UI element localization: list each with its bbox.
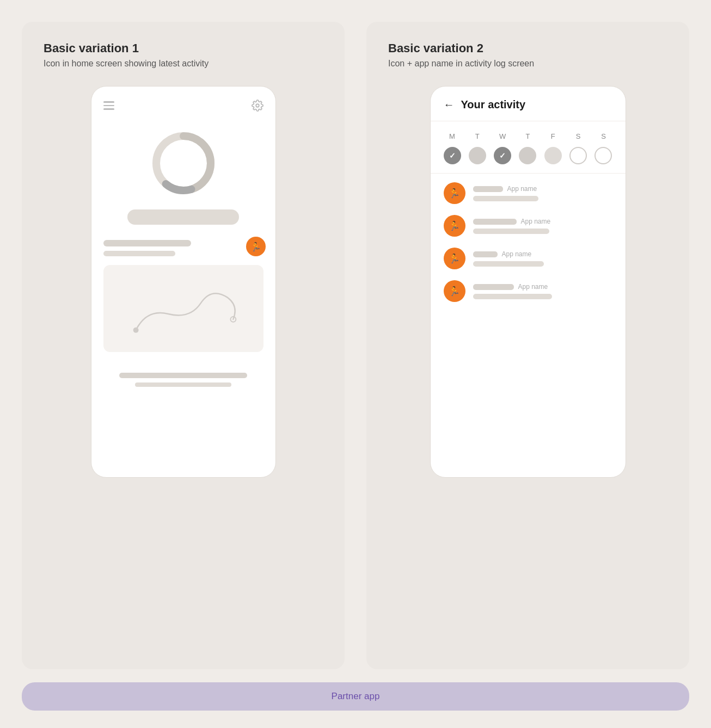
gear-icon[interactable] (252, 100, 263, 112)
day-W: W (494, 132, 511, 140)
shoe-icon-3: 🏃 (449, 253, 460, 264)
activity-item-1: 🏃 App name (444, 182, 612, 204)
activity-list-v2: 🏃 App name 🏃 (431, 174, 626, 311)
day-circle-S1[interactable] (569, 147, 587, 164)
check-W: ✓ (499, 151, 506, 160)
activity-icon-2: 🏃 (444, 215, 465, 237)
day-circle-S2[interactable] (594, 147, 612, 164)
shoe-icon-1: 🏃 (449, 188, 460, 199)
check-M: ✓ (449, 151, 456, 160)
app-name-row-4: App name (473, 283, 612, 291)
bottom-bars (103, 373, 263, 387)
phone-mockup-2: ← Your activity M T W T F S S ✓ (430, 86, 626, 478)
activity-icon-4: 🏃 (444, 280, 465, 302)
variation-1-subtitle: Icon in home screen showing latest activ… (44, 59, 323, 69)
day-F: F (544, 132, 562, 140)
day-M: M (444, 132, 461, 140)
map-svg (103, 265, 263, 352)
activity-item-4: 🏃 App name (444, 280, 612, 302)
app-desc-4 (473, 294, 552, 299)
activity-icon-3: 🏃 (444, 248, 465, 269)
phone-header-1 (103, 100, 263, 112)
app-name-3: App name (502, 250, 532, 258)
app-name-1: App name (507, 185, 537, 193)
day-T1: T (469, 132, 486, 140)
activity-section-1: 🏃 (103, 240, 263, 256)
app-bar-1 (473, 186, 503, 192)
v2-header: ← Your activity (431, 87, 626, 121)
app-name-4: App name (518, 283, 548, 291)
day-T2: T (519, 132, 536, 140)
app-name-row-3: App name (473, 250, 612, 258)
hamburger-icon (103, 101, 114, 110)
app-name-2: App name (521, 218, 551, 225)
shoe-icon-4: 🏃 (449, 286, 460, 297)
shoe-icon: 🏃 (250, 242, 261, 252)
day-selector: M T W T F S S ✓ ✓ (431, 121, 626, 174)
day-S1: S (569, 132, 587, 140)
app-bar-2 (473, 219, 517, 225)
app-name-row-1: App name (473, 185, 612, 193)
map-placeholder (103, 265, 263, 352)
day-circle-W[interactable]: ✓ (494, 147, 511, 164)
app-name-row-2: App name (473, 218, 612, 225)
svg-point-0 (256, 104, 259, 107)
app-desc-2 (473, 229, 549, 234)
progress-bar (127, 209, 240, 225)
svg-point-4 (133, 328, 138, 333)
donut-chart-area (103, 128, 263, 199)
activity-badge: 🏃 (246, 237, 266, 256)
app-bar-3 (473, 251, 498, 257)
activity-item-2: 🏃 App name (444, 215, 612, 237)
day-circle-F[interactable] (544, 147, 562, 164)
phone-mockup-1: 🏃 (91, 86, 276, 478)
variation-2-title: Basic variation 2 (388, 41, 667, 55)
day-circle-T2[interactable] (519, 147, 536, 164)
day-S2: S (594, 132, 612, 140)
shoe-icon-2: 🏃 (449, 220, 460, 232)
activity-item-3: 🏃 App name (444, 248, 612, 269)
partner-label: Partner app (332, 691, 380, 702)
activity-text-4: App name (473, 283, 612, 299)
app-bar-4 (473, 284, 514, 290)
day-circles: ✓ ✓ (444, 147, 612, 164)
variation-1-title: Basic variation 1 (44, 41, 323, 55)
day-circle-M[interactable]: ✓ (444, 147, 461, 164)
activity-line-1 (103, 240, 192, 246)
app-desc-3 (473, 261, 544, 267)
activity-text-1: App name (473, 185, 612, 201)
variation-2-subtitle: Icon + app name in activity log screen (388, 59, 667, 69)
activity-text-3: App name (473, 250, 612, 267)
back-arrow-icon[interactable]: ← (444, 98, 455, 111)
variation-1-panel: Basic variation 1 Icon in home screen sh… (22, 22, 345, 669)
main-container: Basic variation 1 Icon in home screen sh… (0, 0, 711, 669)
day-labels: M T W T F S S (444, 132, 612, 140)
donut-chart (148, 128, 219, 199)
bottom-bar-2 (135, 382, 231, 387)
partner-bar[interactable]: Partner app (22, 682, 689, 711)
activity-line-2 (103, 251, 175, 256)
app-desc-1 (473, 196, 538, 201)
day-circle-T1[interactable] (469, 147, 486, 164)
variation-2-panel: Basic variation 2 Icon + app name in act… (366, 22, 689, 669)
activity-icon-1: 🏃 (444, 182, 465, 204)
bottom-bar-1 (119, 373, 247, 378)
activity-text-2: App name (473, 218, 612, 234)
v2-screen-title: Your activity (461, 98, 526, 111)
